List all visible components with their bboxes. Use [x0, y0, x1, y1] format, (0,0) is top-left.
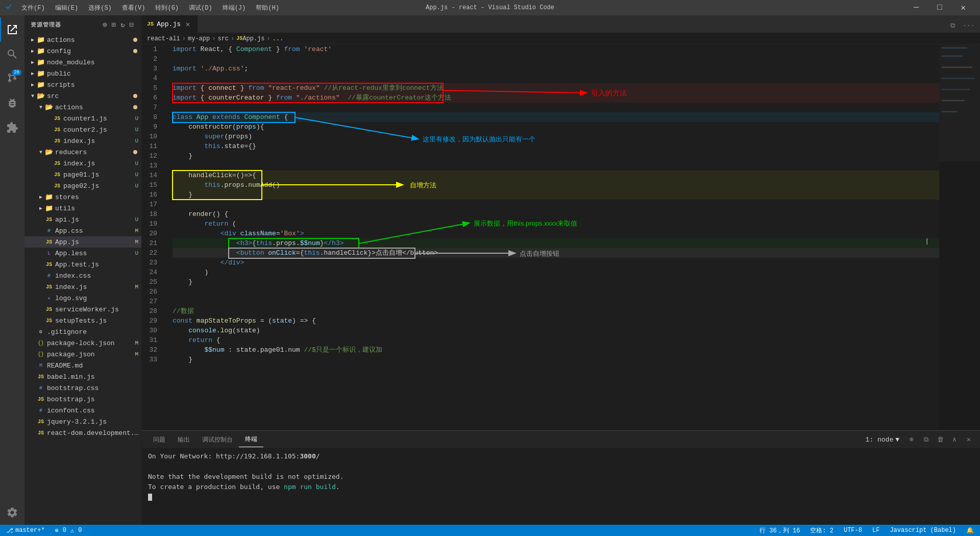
line-num: 1 — [142, 44, 162, 54]
tree-item-reducers-index[interactable]: JS index.js U — [24, 158, 141, 169]
chevron-right-icon: ▶ — [37, 205, 45, 211]
code-editor[interactable]: 1 2 3 4 5 6 7 8 9 10 11 12 13 14 15 16 1 — [142, 44, 980, 430]
tree-item-app-js[interactable]: JS App.js M — [24, 236, 141, 248]
more-actions-icon[interactable]: ··· — [962, 18, 976, 33]
menu-view[interactable]: 查看(V) — [118, 3, 150, 13]
new-terminal-icon[interactable]: ⊕ — [905, 433, 918, 446]
tree-item-package-json[interactable]: {} package.json M — [24, 349, 141, 360]
tree-item-counter1[interactable]: JS counter1.js U — [24, 113, 141, 124]
breadcrumb-ellipsis[interactable]: ... — [273, 35, 284, 42]
terminal-maximize-icon[interactable]: ∧ — [948, 433, 961, 446]
sidebar-item-scripts[interactable]: ▶ 📁 scripts — [24, 79, 141, 90]
settings-icon[interactable] — [0, 500, 24, 525]
tree-item-label: node_modules — [47, 59, 95, 66]
menu-help[interactable]: 帮助(H) — [252, 3, 283, 13]
tree-item-page01[interactable]: JS page01.js U — [24, 169, 141, 180]
terminal-selector[interactable]: 1: node ▼ — [866, 433, 899, 446]
minimize-button[interactable]: ─ — [904, 0, 928, 15]
tab-debug-console[interactable]: 调试控制台 — [196, 432, 239, 447]
search-icon[interactable] — [0, 42, 24, 66]
untracked-badge: U — [135, 160, 138, 166]
menu-goto[interactable]: 转到(G) — [151, 3, 183, 13]
tree-item-api[interactable]: JS api.js U — [24, 214, 141, 225]
code-line-6: import { counterCreator } from "./action… — [173, 93, 939, 103]
terminal-line — [148, 462, 974, 471]
error-warning-status[interactable]: ⊗ 0 ⚠ 0 — [53, 527, 84, 534]
new-folder-icon[interactable]: ⊞ — [111, 19, 117, 30]
folder-icon: 📁 — [37, 81, 45, 89]
tree-item-setup-tests[interactable]: JS setupTests.js — [24, 315, 141, 326]
tree-item-package-lock[interactable]: {} package-lock.json M — [24, 337, 141, 349]
close-terminal-icon[interactable]: ✕ — [963, 433, 975, 446]
code-line-9: constructor(props){ — [173, 122, 939, 132]
explorer-icon[interactable] — [0, 17, 24, 42]
breadcrumb-my-app[interactable]: my-app — [188, 35, 210, 42]
sidebar-item-actions[interactable]: ▶ 📁 actions — [24, 34, 141, 45]
code-line-11: this.state={} — [173, 141, 939, 151]
indentation[interactable]: 空格: 2 — [808, 526, 836, 535]
tree-item-gitignore[interactable]: ⚙ .gitignore — [24, 326, 141, 337]
sidebar-item-utils[interactable]: ▶ 📁 utils — [24, 203, 141, 214]
line-ending[interactable]: LF — [870, 527, 881, 534]
split-editor-icon[interactable]: ⧉ — [945, 18, 960, 33]
tab-terminal[interactable]: 终端 — [239, 432, 263, 447]
new-file-icon[interactable]: ⊕ — [102, 19, 108, 30]
tab-output[interactable]: 输出 — [172, 432, 196, 447]
tree-item-index-js[interactable]: JS index.js M — [24, 281, 141, 293]
tree-item-index-css[interactable]: # index.css — [24, 270, 141, 281]
sidebar-item-stores[interactable]: ▶ 📁 stores — [24, 191, 141, 203]
source-control-icon[interactable]: 28 — [0, 66, 24, 91]
close-button[interactable]: ✕ — [951, 0, 975, 15]
debug-icon[interactable] — [0, 91, 24, 115]
tab-close-button[interactable]: ✕ — [184, 20, 192, 28]
tree-item-iconfont[interactable]: # iconfont.css — [24, 405, 141, 416]
tree-item-counter2[interactable]: JS counter2.js U — [24, 124, 141, 135]
menu-edit[interactable]: 编辑(E) — [51, 3, 83, 13]
sidebar-item-config[interactable]: ▶ 📁 config — [24, 45, 141, 57]
breadcrumb-src[interactable]: src — [217, 35, 229, 42]
refresh-icon[interactable]: ↻ — [119, 19, 126, 30]
menu-terminal[interactable]: 终端(J) — [218, 3, 250, 13]
breadcrumb-app-js[interactable]: App.js — [242, 35, 264, 42]
tree-item-bootstrap-css[interactable]: # bootstrap.css — [24, 382, 141, 394]
tree-item-babel[interactable]: JS babel.min.js — [24, 371, 141, 382]
feedback-icon[interactable]: 🔔 — [964, 527, 976, 534]
menu-file[interactable]: 文件(F) — [17, 3, 49, 13]
tree-item-app-test[interactable]: JS App.test.js — [24, 259, 141, 270]
tree-item-jquery[interactable]: JS jquery-3.2.1.js — [24, 416, 141, 427]
tree-item-page02[interactable]: JS page02.js U — [24, 180, 141, 191]
terminal-prompt-line — [148, 493, 974, 502]
tree-item-bootstrap-js[interactable]: JS bootstrap.js — [24, 394, 141, 405]
code-content[interactable]: import React, { Component } from 'react'… — [167, 44, 939, 364]
tree-item-readme[interactable]: M README.md — [24, 360, 141, 371]
breadcrumb-react-ali[interactable]: react-ali — [147, 35, 180, 42]
cursor-position[interactable]: 行 36，列 16 — [757, 526, 802, 535]
sidebar-item-src[interactable]: ▼ 📂 src — [24, 90, 141, 102]
sidebar-item-src-actions[interactable]: ▼ 📂 actions — [24, 102, 141, 113]
split-terminal-icon[interactable]: ⧉ — [920, 433, 932, 446]
tree-item-actions-index[interactable]: JS index.js U — [24, 135, 141, 147]
encoding[interactable]: UTF-8 — [842, 527, 864, 534]
sidebar-item-public[interactable]: ▶ 📁 public — [24, 68, 141, 79]
svg-file-icon: ✦ — [45, 295, 53, 301]
tab-problems[interactable]: 问题 — [147, 432, 172, 447]
tree-item-app-less[interactable]: L App.less U — [24, 248, 141, 259]
collapse-icon[interactable]: ⊟ — [129, 19, 135, 30]
maximize-button[interactable]: □ — [928, 0, 951, 15]
language-mode[interactable]: Javascript (Babel) — [888, 527, 958, 534]
menu-debug[interactable]: 调试(D) — [185, 3, 216, 13]
tree-item-app-css[interactable]: # App.css M — [24, 225, 141, 236]
tab-app-js[interactable]: JS App.js ✕ — [142, 15, 198, 33]
extensions-icon[interactable] — [0, 115, 24, 140]
tree-item-label: App.less — [55, 250, 87, 257]
sidebar-item-node-modules[interactable]: ▶ 📁 node_modules — [24, 57, 141, 68]
tree-item-service-worker[interactable]: JS serviceWorker.js — [24, 304, 141, 315]
tree-item-logo-svg[interactable]: ✦ logo.svg — [24, 293, 141, 304]
terminal-content[interactable]: On Your Network: http://192.168.1.105:30… — [142, 449, 980, 525]
sidebar-item-reducers[interactable]: ▼ 📂 reducers — [24, 147, 141, 158]
git-branch[interactable]: ⎇ master+* — [4, 527, 47, 534]
terminal-text: Note that the development build is not o… — [148, 473, 344, 480]
tree-item-react-dom[interactable]: JS react-dom.development.js — [24, 427, 141, 438]
menu-select[interactable]: 选择(S) — [84, 3, 116, 13]
kill-terminal-icon[interactable]: 🗑 — [934, 433, 946, 446]
